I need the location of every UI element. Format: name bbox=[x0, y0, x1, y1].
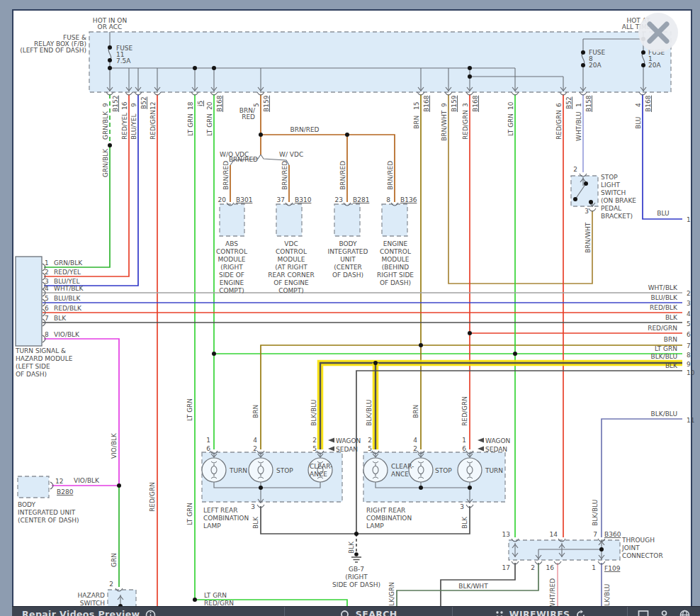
diagram-label: 13 bbox=[502, 531, 510, 538]
diagram-label: GB-7 bbox=[349, 566, 364, 573]
diagram-label: BRN/RED bbox=[222, 161, 230, 190]
diagram-label: B360 bbox=[604, 531, 621, 538]
diagram-label: BLK bbox=[252, 516, 259, 529]
variant-arrow-icon bbox=[328, 438, 334, 443]
diagram-label: RED/YEL bbox=[54, 269, 81, 276]
wire-red-yel[interactable] bbox=[44, 94, 129, 276]
diagram-label: 2 bbox=[253, 445, 257, 452]
diagram-label: 2 bbox=[45, 269, 49, 276]
diagram-label: HAZARD bbox=[78, 592, 106, 599]
toolbar-videos-segment[interactable]: Repair Videos Preview bbox=[12, 607, 284, 616]
toolbar-search-segment[interactable]: SEARCH bbox=[285, 607, 452, 616]
variant-arrow-icon bbox=[478, 447, 484, 452]
junction-dot bbox=[419, 343, 423, 347]
diagram-label: PEDAL bbox=[601, 205, 621, 212]
junction-dot bbox=[193, 66, 197, 70]
diagram-label: RED bbox=[242, 113, 255, 121]
diagram-label: 37 bbox=[277, 196, 285, 203]
wire-blk-blu-row11[interactable] bbox=[602, 419, 682, 537]
diagram-label: BLK/BLU bbox=[651, 410, 677, 418]
toolbar-wires-segment[interactable]: WIREWIRES bbox=[453, 607, 627, 616]
diagram-label: B301 bbox=[236, 196, 252, 203]
diagram-label: VIO/BLK bbox=[54, 331, 80, 338]
junction-dot bbox=[468, 331, 472, 335]
diagram-label: STOP bbox=[601, 174, 618, 181]
wire-grn-blk[interactable] bbox=[44, 145, 110, 267]
junction-dot bbox=[468, 486, 472, 490]
junction-dot bbox=[193, 598, 197, 602]
diagram-label: 7 bbox=[593, 531, 597, 538]
abs-control-module-box bbox=[220, 204, 244, 236]
diagram-label: LIGHT bbox=[601, 181, 620, 189]
diagram-label: 18 bbox=[187, 101, 194, 110]
close-button[interactable] bbox=[638, 13, 678, 52]
diagram-label: 10 bbox=[687, 369, 695, 376]
diagram-label: COMBINATION bbox=[366, 515, 412, 522]
diagram-label: 1 bbox=[45, 259, 49, 267]
diagram-label: WHT/BLK bbox=[648, 284, 678, 291]
diagram-label: CLEAR- bbox=[391, 463, 414, 470]
diagram-label: 5 bbox=[312, 445, 317, 452]
diagram-label: BLK/BLU bbox=[366, 400, 373, 426]
diagram-label: BLK bbox=[54, 315, 67, 322]
diagram-label: BRN/RED bbox=[339, 161, 346, 190]
diagram-label: LT GRN bbox=[206, 113, 213, 136]
diagram-label: TURN SIGNAL & bbox=[15, 347, 66, 354]
diagram-label: ENGINE bbox=[220, 279, 244, 286]
diagram-label: BLU/BLK bbox=[651, 294, 679, 301]
diagram-label: CLEAR- bbox=[310, 463, 332, 470]
diagram-label: 15 bbox=[413, 102, 420, 110]
toolbar-left-label: Repair Videos Preview bbox=[22, 609, 140, 616]
diagram-label: 9 bbox=[441, 103, 448, 107]
diagram-label: B168 bbox=[472, 95, 479, 112]
diagram-label: BLK bbox=[348, 541, 355, 554]
diagram-label: 20 bbox=[218, 196, 227, 203]
screenshot-stage: HOT IN ONOR ACCFUSE &RELAY BOX (F/B)(LEF… bbox=[0, 0, 700, 616]
wire-blk-ground-bus[interactable] bbox=[261, 506, 470, 534]
diagram-label: BRN/RED bbox=[387, 161, 394, 190]
variant-arrow-icon bbox=[328, 447, 334, 452]
junction-dot bbox=[212, 352, 216, 356]
diagram-label: RED/GRN bbox=[461, 396, 468, 426]
diagram-label: 2 bbox=[312, 437, 317, 444]
diagram-label: 7 bbox=[687, 342, 691, 349]
diagram-label: 20 bbox=[206, 101, 213, 110]
diagram-label: 14 bbox=[550, 531, 558, 538]
diagram-label: BRN bbox=[412, 405, 419, 418]
refresh-icon bbox=[575, 610, 586, 616]
diagram-label: (LEFT END OF DASH) bbox=[20, 47, 86, 54]
diagram-label: 9 bbox=[130, 103, 137, 107]
junction-dot bbox=[584, 181, 588, 186]
wire-blu[interactable] bbox=[643, 94, 682, 219]
diagram-label: 4 bbox=[635, 103, 642, 107]
diagram-label: BODY bbox=[339, 240, 357, 247]
toolbar-tools-segment[interactable] bbox=[628, 607, 700, 616]
diagram-label: 8 bbox=[687, 352, 691, 359]
junction-dot bbox=[513, 352, 517, 356]
diagram-label: LT GRN bbox=[186, 398, 193, 421]
diagram-label: RED/GRN bbox=[149, 482, 156, 512]
diagram-label: BRACKET) bbox=[601, 213, 633, 220]
junction-dot bbox=[599, 547, 604, 551]
diagram-label: RED/BLK bbox=[650, 304, 678, 311]
diagram-label: LT GRN bbox=[507, 113, 514, 136]
diagram-label: BLK/BLU bbox=[310, 400, 317, 426]
diagram-label: SEDAN bbox=[485, 446, 507, 453]
diagram-label: SIDE OF DASH) bbox=[332, 581, 380, 588]
diagram-label: STOP bbox=[276, 467, 293, 474]
diagram-label: LEFT REAR bbox=[203, 507, 237, 514]
diagram-label: F109 bbox=[604, 565, 621, 572]
diagram-label: LT GRN bbox=[187, 113, 194, 136]
diagram-label: 12 bbox=[149, 102, 157, 110]
diagram-label: 1 bbox=[687, 216, 691, 223]
diagram-label: RED/GRN bbox=[555, 110, 563, 140]
diagram-label: LAMP bbox=[203, 522, 221, 530]
diagram-label: 3 bbox=[460, 503, 464, 510]
diagram-label: RED/GRN bbox=[149, 110, 157, 140]
diagram-label: COMPT) bbox=[219, 287, 244, 294]
body-integrated-unit-box bbox=[334, 204, 360, 236]
diagram-label: UNIT bbox=[340, 256, 356, 263]
diagram-label: WHT/BLU bbox=[575, 111, 582, 141]
junction-dot bbox=[641, 63, 645, 67]
turn-signal-hazard-module-box bbox=[16, 257, 42, 346]
